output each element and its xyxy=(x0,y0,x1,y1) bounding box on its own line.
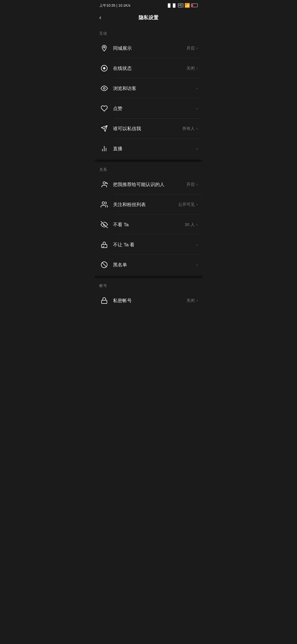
settings-sections: 互动同城展示开启›在线状态关闭›浏览和访客›点赞›谁可以私信我所有人›直播›关系… xyxy=(95,27,202,310)
menu-value-local-display: 开启 xyxy=(186,46,195,51)
menu-item-like[interactable]: 点赞› xyxy=(95,99,202,118)
svg-point-8 xyxy=(103,182,106,184)
hd-badge: HD xyxy=(178,3,183,7)
svg-point-10 xyxy=(102,202,105,204)
menu-right-private-message: 所有人› xyxy=(182,126,198,131)
chevron-right-icon: › xyxy=(196,222,198,227)
menu-item-private-message[interactable]: 谁可以私信我所有人› xyxy=(95,119,202,138)
svg-point-2 xyxy=(103,88,105,89)
wifi-icon: 📶 xyxy=(185,3,190,8)
menu-text-follow-fans: 关注和粉丝列表 xyxy=(113,201,178,208)
eye-off-icon xyxy=(99,220,109,230)
section-label-1: 关系 xyxy=(95,163,202,174)
menu-value-private-account: 关闭 xyxy=(186,298,195,303)
svg-rect-16 xyxy=(101,300,107,304)
location-icon xyxy=(99,43,109,53)
menu-item-follow-fans[interactable]: 关注和粉丝列表公开可见› xyxy=(95,195,202,214)
menu-item-online-status[interactable]: 在线状态关闭› xyxy=(95,58,202,78)
lock-icon xyxy=(99,296,109,305)
section-divider xyxy=(95,276,202,278)
chevron-right-icon: › xyxy=(196,242,198,247)
menu-value-follow-fans: 公开可见 xyxy=(178,202,195,207)
chevron-right-icon: › xyxy=(196,126,198,131)
chevron-right-icon: › xyxy=(196,66,198,71)
menu-item-not-let-see[interactable]: 不让 Ta 看› xyxy=(95,235,202,255)
menu-value-not-see: 30 人 xyxy=(185,222,195,227)
menu-text-not-let-see: 不让 Ta 看 xyxy=(113,242,195,248)
battery-icon xyxy=(191,4,198,7)
chevron-right-icon: › xyxy=(196,202,198,207)
block-icon xyxy=(99,260,109,270)
page-title: 隐私设置 xyxy=(139,14,158,21)
chevron-right-icon: › xyxy=(196,146,198,151)
menu-text-private-message: 谁可以私信我 xyxy=(113,125,182,132)
heart-icon xyxy=(99,103,109,113)
people-icon xyxy=(99,200,109,209)
menu-text-blacklist: 黑名单 xyxy=(113,262,195,268)
menu-item-browse-visitor[interactable]: 浏览和访客› xyxy=(95,78,202,98)
menu-right-local-display: 开启› xyxy=(186,46,198,51)
svg-line-15 xyxy=(102,263,106,267)
status-time-network: 上午10:35 | 10.1K/s xyxy=(99,3,130,8)
chevron-right-icon: › xyxy=(196,182,198,187)
menu-item-blacklist[interactable]: 黑名单› xyxy=(95,255,202,275)
menu-item-not-see[interactable]: 不看 Ta30 人› xyxy=(95,215,202,234)
section-label-2: 帐号 xyxy=(95,279,202,291)
menu-right-online-status: 关闭› xyxy=(186,66,198,71)
page-header: ‹ 隐私设置 xyxy=(95,10,202,27)
back-button[interactable]: ‹ xyxy=(99,13,103,22)
status-bar: 上午10:35 | 10.1K/s ▐▌▐▌ HD 📶 xyxy=(95,0,202,10)
chevron-right-icon: › xyxy=(196,262,198,267)
menu-right-follow-fans: 公开可见› xyxy=(178,202,198,207)
menu-right-blacklist: › xyxy=(195,262,198,267)
section-divider xyxy=(95,160,202,162)
chevron-right-icon: › xyxy=(196,46,198,51)
status-icons: ▐▌▐▌ HD 📶 xyxy=(167,3,198,8)
chevron-right-icon: › xyxy=(196,106,198,111)
menu-item-local-display[interactable]: 同城展示开启› xyxy=(95,38,202,58)
chevron-right-icon: › xyxy=(196,86,198,91)
menu-item-private-account[interactable]: 私密帐号关闭› xyxy=(95,291,202,310)
menu-text-private-account: 私密帐号 xyxy=(113,298,186,304)
menu-right-like: › xyxy=(195,106,198,111)
message-icon xyxy=(99,124,109,133)
svg-point-13 xyxy=(104,245,105,246)
signal-icon: ▐▌▐▌ xyxy=(167,3,177,7)
menu-text-online-status: 在线状态 xyxy=(113,65,186,72)
menu-value-online-status: 关闭 xyxy=(186,66,195,71)
menu-text-like: 点赞 xyxy=(113,105,195,112)
menu-right-private-account: 关闭› xyxy=(186,298,198,303)
bar-icon xyxy=(99,144,109,154)
menu-right-recommend: 开启› xyxy=(186,182,198,187)
menu-right-not-let-see: › xyxy=(195,242,198,247)
menu-item-recommend[interactable]: 把我推荐给可能认识的人开启› xyxy=(95,174,202,194)
menu-right-live: › xyxy=(195,146,198,151)
menu-text-live: 直播 xyxy=(113,146,195,152)
eye-icon xyxy=(99,83,109,93)
svg-point-1 xyxy=(103,67,106,70)
menu-right-not-see: 30 人› xyxy=(185,222,198,227)
menu-text-browse-visitor: 浏览和访客 xyxy=(113,85,195,92)
menu-right-browse-visitor: › xyxy=(195,86,198,91)
chevron-right-icon: › xyxy=(196,298,198,303)
menu-text-recommend: 把我推荐给可能认识的人 xyxy=(113,181,186,188)
section-label-0: 互动 xyxy=(95,27,202,38)
person-icon xyxy=(99,179,109,189)
online-icon xyxy=(99,63,109,73)
menu-text-local-display: 同城展示 xyxy=(113,45,186,51)
menu-text-not-see: 不看 Ta xyxy=(113,222,185,228)
menu-item-live[interactable]: 直播› xyxy=(95,139,202,159)
menu-value-recommend: 开启 xyxy=(186,182,195,187)
menu-value-private-message: 所有人 xyxy=(182,126,195,131)
lock-person-icon xyxy=(99,240,109,250)
